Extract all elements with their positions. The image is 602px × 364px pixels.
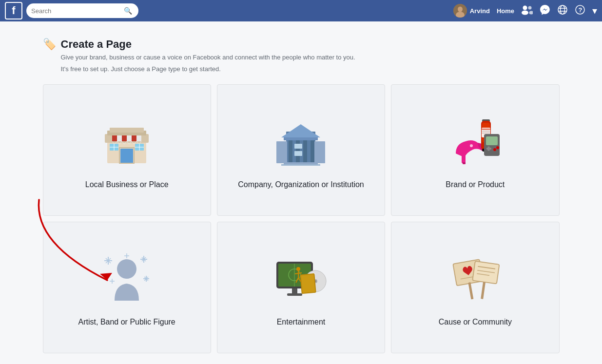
search-bar[interactable]: 🔍 (26, 3, 138, 18)
svg-rect-98 (472, 261, 499, 284)
svg-rect-93 (301, 274, 315, 293)
card-entertainment-label: Entertainment (277, 318, 326, 326)
svg-rect-19 (120, 149, 133, 163)
card-artist-label: Artist, Band or Public Figure (78, 318, 175, 326)
svg-rect-18 (132, 135, 136, 141)
svg-rect-97 (468, 282, 473, 299)
svg-point-7 (558, 5, 567, 14)
page-header-text: Create a Page Give your brand, business … (61, 38, 355, 74)
card-artist[interactable]: Artist, Band or Public Figure (43, 222, 211, 353)
search-icon: 🔍 (124, 7, 132, 15)
page-subtitle-2: It's free to set up. Just choose a Page … (61, 64, 355, 74)
company-illustration (272, 112, 330, 171)
svg-rect-43 (463, 162, 466, 164)
svg-marker-35 (281, 124, 320, 137)
friends-icon[interactable] (521, 4, 533, 18)
svg-point-44 (470, 144, 473, 147)
svg-point-3 (523, 5, 527, 10)
svg-rect-17 (122, 135, 127, 141)
globe-icon[interactable] (557, 4, 568, 18)
svg-rect-38 (294, 144, 302, 149)
svg-rect-54 (486, 136, 498, 145)
svg-rect-30 (289, 139, 292, 163)
svg-point-5 (528, 6, 532, 9)
page-header: 🏷️ Create a Page Give your brand, busine… (43, 29, 560, 82)
svg-text:?: ? (579, 6, 583, 14)
facebook-logo[interactable]: f (5, 2, 22, 19)
svg-rect-87 (287, 293, 302, 296)
artist-illustration (97, 249, 156, 308)
svg-rect-28 (110, 128, 144, 133)
main-content: 🏷️ Create a Page Give your brand, busine… (33, 0, 569, 364)
card-cause[interactable]: Cause or Community (391, 222, 559, 353)
svg-rect-58 (487, 147, 489, 151)
svg-point-55 (493, 148, 496, 151)
page-header-icon: 🏷️ (43, 38, 56, 51)
navbar-right: Arvind Home (453, 4, 597, 18)
local-business-illustration (97, 112, 156, 171)
svg-point-4 (522, 10, 528, 15)
svg-point-56 (496, 146, 499, 149)
navbar: f 🔍 Arvind Home (0, 0, 602, 21)
cause-illustration (446, 249, 505, 308)
avatar (453, 4, 467, 18)
svg-rect-39 (294, 151, 302, 156)
navbar-user-name: Arvind (470, 7, 490, 15)
card-company-label: Company, Organization or Institution (238, 180, 364, 189)
svg-rect-41 (314, 141, 325, 163)
page-subtitle-1: Give your brand, business or cause a voi… (61, 53, 355, 62)
svg-rect-32 (303, 139, 307, 163)
page-type-grid: Local Business or Place (43, 84, 560, 364)
page-title: Create a Page (61, 38, 355, 51)
svg-rect-42 (462, 153, 466, 163)
svg-point-8 (561, 5, 565, 14)
card-cause-label: Cause or Community (439, 318, 512, 326)
messenger-icon[interactable] (540, 4, 550, 18)
svg-rect-16 (112, 135, 117, 141)
card-entertainment[interactable]: Entertainment (217, 222, 385, 353)
navbar-home-link[interactable]: Home (497, 7, 514, 15)
card-brand-label: Brand or Product (446, 180, 505, 189)
card-local-business-label: Local Business or Place (85, 180, 169, 189)
dropdown-icon[interactable]: ▾ (592, 5, 597, 17)
svg-point-81 (296, 267, 300, 271)
navbar-user[interactable]: Arvind (453, 4, 490, 18)
card-brand[interactable]: Brand or Product (391, 84, 559, 216)
card-local-business[interactable]: Local Business or Place (43, 84, 211, 216)
entertainment-illustration (272, 249, 330, 308)
search-input[interactable] (31, 7, 124, 15)
svg-rect-33 (311, 139, 314, 163)
svg-point-59 (117, 259, 136, 279)
help-icon[interactable]: ? (575, 4, 585, 18)
svg-rect-40 (276, 141, 287, 163)
svg-rect-86 (292, 288, 297, 293)
svg-rect-103 (481, 282, 485, 299)
card-company[interactable]: Company, Organization or Institution (217, 84, 385, 216)
brand-illustration (446, 112, 505, 171)
svg-point-1 (458, 7, 463, 12)
svg-rect-37 (281, 164, 320, 166)
svg-point-6 (529, 11, 533, 14)
